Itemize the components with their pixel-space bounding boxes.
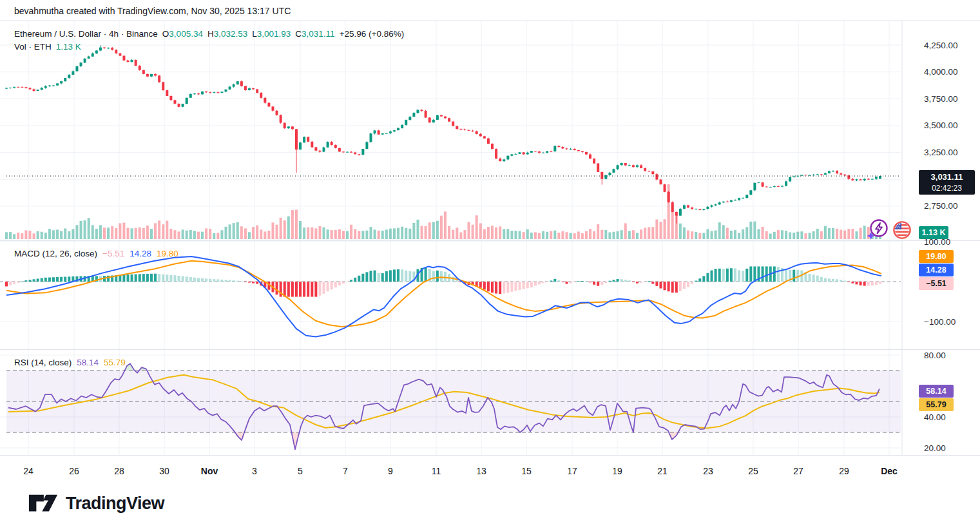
macd-signal-value: 19.80 xyxy=(157,249,178,258)
svg-text:24: 24 xyxy=(23,466,34,476)
svg-text:30: 30 xyxy=(159,466,169,476)
svg-text:13: 13 xyxy=(476,466,486,476)
macd-signal-badge: 19.80 xyxy=(919,250,954,263)
svg-text:21: 21 xyxy=(657,466,668,476)
us-flag-icon[interactable] xyxy=(892,220,912,240)
volume-badge: 1.13 K xyxy=(919,226,948,239)
high-value: 3,032.53 xyxy=(214,29,248,39)
svg-text:11: 11 xyxy=(432,466,441,476)
macd-hist-badge: −5.51 xyxy=(919,277,954,290)
close-value: 3,031.11 xyxy=(302,29,335,39)
svg-text:29: 29 xyxy=(839,466,849,476)
svg-text:−100.00: −100.00 xyxy=(924,317,956,327)
chart-canvas[interactable]: 4,250.004,000.003,750.003,500.003,250.00… xyxy=(0,0,980,531)
svg-text:2,750.00: 2,750.00 xyxy=(924,201,958,211)
close-label: C xyxy=(295,29,302,39)
svg-text:3,250.00: 3,250.00 xyxy=(924,148,958,157)
macd-hist-value: −5.51 xyxy=(102,249,124,258)
svg-text:Nov: Nov xyxy=(201,466,218,476)
change-value: +25.96 (+0.86%) xyxy=(340,29,405,39)
macd-pane xyxy=(0,256,901,337)
svg-text:25: 25 xyxy=(748,466,758,476)
low-label: L xyxy=(252,29,257,39)
volume-value: 1.13 K xyxy=(56,42,81,52)
rsi-value: 58.14 xyxy=(77,358,99,367)
svg-text:15: 15 xyxy=(521,466,532,476)
svg-text:5: 5 xyxy=(298,466,303,476)
symbol-legend[interactable]: Ethereum / U.S. Dollar · 4h · BinanceO3,… xyxy=(14,29,404,39)
svg-text:17: 17 xyxy=(567,466,577,476)
svg-text:Dec: Dec xyxy=(881,466,898,476)
open-value: 3,005.34 xyxy=(169,29,203,39)
svg-text:19: 19 xyxy=(612,466,622,476)
svg-text:26: 26 xyxy=(69,466,79,476)
svg-text:4,250.00: 4,250.00 xyxy=(924,41,958,50)
open-label: O xyxy=(162,29,169,39)
macd-line-badge: 14.28 xyxy=(919,264,954,276)
svg-text:3: 3 xyxy=(252,466,257,476)
svg-text:4,000.00: 4,000.00 xyxy=(924,67,958,77)
symbol-title[interactable]: Ethereum / U.S. Dollar · 4h · Binance xyxy=(14,29,158,39)
svg-text:23: 23 xyxy=(703,466,713,476)
last-price: 3,031.11 xyxy=(931,171,963,183)
svg-text:9: 9 xyxy=(388,466,393,476)
rsi-legend[interactable]: RSI (14, close)58.1455.79 xyxy=(14,358,126,367)
rsi-ma-value: 55.79 xyxy=(104,358,126,367)
tradingview-logo-mark xyxy=(28,492,58,514)
tradingview-logo-text: TradingView xyxy=(66,494,164,514)
rsi-title[interactable]: RSI (14, close) xyxy=(14,358,72,367)
svg-text:40.00: 40.00 xyxy=(924,412,946,422)
macd-title[interactable]: MACD (12, 26, close) xyxy=(14,249,97,258)
svg-text:3,500.00: 3,500.00 xyxy=(924,121,958,130)
svg-text:20.00: 20.00 xyxy=(924,443,946,453)
svg-text:27: 27 xyxy=(793,466,803,476)
tradingview-chart-page: 4,250.004,000.003,750.003,500.003,250.00… xyxy=(0,0,980,531)
low-value: 3,001.93 xyxy=(257,29,291,39)
svg-text:80.00: 80.00 xyxy=(924,351,946,360)
svg-text:3,750.00: 3,750.00 xyxy=(924,94,958,104)
macd-legend[interactable]: MACD (12, 26, close)−5.5114.2819.80 xyxy=(14,249,178,258)
bar-countdown: 02:42:23 xyxy=(932,183,962,193)
attribution-text: bevahmutha created with TradingView.com,… xyxy=(14,6,291,16)
rsi-badge: 58.14 xyxy=(919,385,954,398)
last-price-badge: 3,031.11 02:42:23 xyxy=(919,170,975,195)
macd-line-value: 14.28 xyxy=(130,249,151,258)
svg-text:7: 7 xyxy=(343,466,348,476)
tradingview-logo[interactable]: TradingView xyxy=(28,492,164,514)
svg-text:28: 28 xyxy=(114,466,124,476)
ai-boost-icon[interactable] xyxy=(866,218,887,239)
volume-legend[interactable]: Vol · ETH1.13 K xyxy=(14,42,81,52)
time-axis[interactable]: 24262830Nov357911131517192123252729Dec xyxy=(23,466,898,476)
rsi-ma-badge: 55.79 xyxy=(919,398,954,411)
high-label: H xyxy=(207,29,214,39)
volume-label: Vol · ETH xyxy=(14,42,52,52)
